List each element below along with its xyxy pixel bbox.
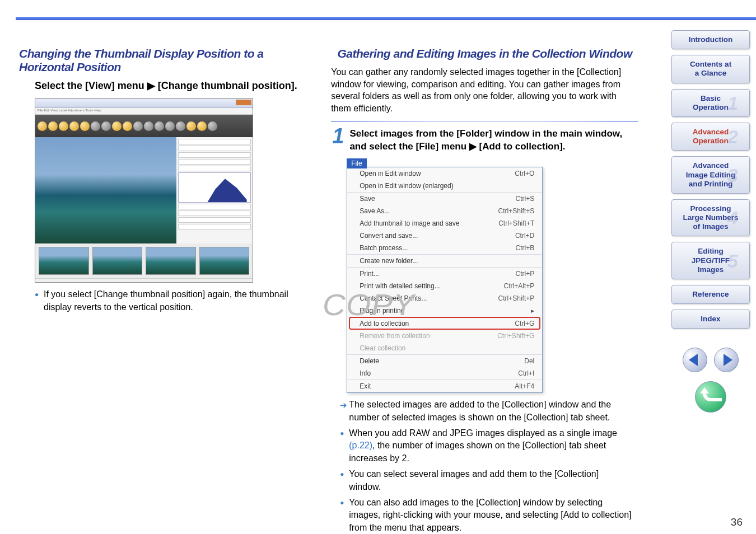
menu-item-shortcut: Ctrl+Shift+P bbox=[498, 294, 535, 302]
nav-button[interactable]: BasicOperation1 bbox=[671, 89, 750, 117]
menu-item[interactable]: Create new folder... bbox=[347, 254, 542, 267]
menu-item[interactable]: Add thumbnail to image and saveCtrl+Shif… bbox=[347, 217, 542, 229]
window-titlebar bbox=[35, 99, 253, 107]
toolbar-button-icon bbox=[197, 121, 207, 131]
next-page-button[interactable] bbox=[714, 348, 739, 372]
nav-button[interactable]: Contents ata Glance bbox=[671, 55, 750, 83]
step-1: 1 Select images from the [Folder] window… bbox=[331, 128, 638, 153]
menu-item[interactable]: Add to collectionCtrl+G bbox=[349, 317, 540, 330]
side-navigation: IntroductionContents ata GlanceBasicOper… bbox=[669, 30, 753, 413]
histogram bbox=[178, 172, 251, 203]
window-menubar: File Edit View Label Adjustment Tools He… bbox=[35, 107, 253, 115]
menu-item[interactable]: Open in Edit windowCtrl+O bbox=[347, 167, 542, 180]
toolbar-button-icon bbox=[176, 121, 185, 131]
bullet-note: You can select several images and add th… bbox=[340, 468, 633, 493]
menu-item-label: Add thumbnail to image and save bbox=[360, 219, 459, 227]
right-column: Gathering and Editing Images in the Coll… bbox=[331, 47, 638, 534]
nav-button[interactable]: AdvancedOperation2 bbox=[671, 123, 750, 151]
toolbar-button-icon bbox=[123, 121, 132, 131]
menu-item-shortcut: Ctrl+Alt+P bbox=[504, 282, 535, 290]
menu-item[interactable]: ExitAlt+F4 bbox=[347, 380, 542, 392]
menu-item-shortcut: Ctrl+Shift+S bbox=[498, 207, 535, 215]
nav-button[interactable]: EditingJPEG/TIFFImages5 bbox=[671, 242, 750, 279]
step-number: 1 bbox=[332, 128, 344, 148]
menu-item-label: Print with detailed setting... bbox=[360, 282, 440, 290]
menu-item-shortcut: Ctrl+Shift+G bbox=[497, 332, 534, 340]
menu-item-label: Info bbox=[360, 369, 371, 377]
toolbar-button-icon bbox=[101, 121, 111, 131]
toolbar-button-icon bbox=[59, 121, 68, 131]
result-note: The selected images are added to the [Co… bbox=[340, 399, 633, 424]
thumbnail-strip bbox=[35, 243, 253, 278]
menu-item-shortcut: Ctrl+I bbox=[518, 369, 534, 377]
nav-button[interactable]: Reference bbox=[671, 285, 750, 304]
menu-item-label: Create new folder... bbox=[360, 257, 418, 265]
menu-item-label: Add to collection bbox=[360, 320, 409, 327]
bullet-note: When you add RAW and JPEG images display… bbox=[340, 427, 633, 465]
menu-item-label: Delete bbox=[360, 357, 379, 365]
menu-item[interactable]: Convert and save...Ctrl+D bbox=[347, 229, 542, 242]
left-instruction: Select the [View] menu ▶ [Change thumbna… bbox=[35, 79, 303, 92]
chapter-number-ghost: 2 bbox=[727, 125, 738, 148]
menu-item-label: Save bbox=[360, 195, 375, 203]
file-menu: File Open in Edit windowCtrl+OOpen in Ed… bbox=[347, 167, 543, 393]
menu-item-label: Open in Edit window bbox=[360, 170, 421, 177]
thumbnail-image bbox=[92, 247, 143, 275]
toolbar-button-icon bbox=[133, 121, 143, 131]
menu-item-label: Print... bbox=[360, 270, 379, 278]
toolbar-button-icon bbox=[91, 121, 100, 131]
menu-item-shortcut: Ctrl+Shift+T bbox=[498, 219, 534, 227]
thumbnail-image bbox=[146, 247, 196, 275]
toolbar-button-icon bbox=[165, 121, 175, 131]
top-accent-bar bbox=[16, 17, 756, 20]
nav-button[interactable]: Index bbox=[671, 310, 750, 329]
step-instruction: Select images from the [Folder] window i… bbox=[334, 128, 638, 153]
bullet-text: When you add RAW and JPEG images display… bbox=[349, 428, 617, 438]
menu-item-shortcut: Ctrl+P bbox=[516, 270, 535, 278]
menu-item-label: Contact Sheet Prints... bbox=[360, 294, 427, 302]
window-toolbar bbox=[35, 115, 253, 137]
left-column: Changing the Thumbnail Display Position … bbox=[19, 47, 314, 534]
chapter-number-ghost: 5 bbox=[727, 249, 738, 272]
file-menu-tab: File bbox=[347, 158, 366, 168]
toolbar-button-icon bbox=[80, 121, 90, 131]
menu-item[interactable]: Plug-in printing bbox=[347, 305, 542, 317]
menu-item[interactable]: Print with detailed setting...Ctrl+Alt+P bbox=[347, 280, 542, 292]
chapter-number-ghost: 3 bbox=[727, 163, 738, 186]
menu-item-shortcut: Ctrl+S bbox=[516, 195, 535, 203]
menu-item[interactable]: Open in Edit window (enlarged) bbox=[347, 180, 542, 192]
right-intro: You can gather any randomly selected ima… bbox=[331, 66, 638, 114]
menu-item[interactable]: InfoCtrl+I bbox=[347, 367, 542, 380]
menu-item-shortcut: Ctrl+D bbox=[515, 232, 534, 240]
thumbnail-image bbox=[199, 247, 250, 275]
toolbar-button-icon bbox=[112, 121, 122, 131]
left-section-title: Changing the Thumbnail Display Position … bbox=[19, 47, 314, 74]
back-button[interactable] bbox=[695, 381, 726, 413]
preview-image bbox=[35, 137, 176, 243]
toolbar-button-icon bbox=[144, 121, 153, 131]
adjustment-panel bbox=[176, 137, 253, 243]
nav-button[interactable]: Introduction bbox=[671, 30, 750, 49]
bullet-text: , the number of images shown on the [Col… bbox=[349, 441, 606, 462]
toolbar-button-icon bbox=[48, 121, 58, 131]
page-content: Changing the Thumbnail Display Position … bbox=[0, 25, 655, 534]
menu-item-shortcut: Del bbox=[524, 357, 534, 365]
menu-item[interactable]: Print...Ctrl+P bbox=[347, 267, 542, 280]
menu-item[interactable]: Remove from collectionCtrl+Shift+G bbox=[347, 330, 542, 342]
page-number: 36 bbox=[731, 516, 743, 528]
menu-item-shortcut: Ctrl+B bbox=[516, 244, 535, 252]
menu-item[interactable]: Save As...Ctrl+Shift+S bbox=[347, 205, 542, 217]
menu-item-label: Plug-in printing bbox=[360, 307, 404, 315]
left-note: If you select [Change thumbnail position… bbox=[35, 288, 309, 313]
menu-item-label: Save As... bbox=[360, 207, 390, 215]
menu-item[interactable]: Batch process...Ctrl+B bbox=[347, 242, 542, 254]
menu-item[interactable]: DeleteDel bbox=[347, 354, 542, 367]
nav-button[interactable]: AdvancedImage Editingand Printing3 bbox=[671, 156, 750, 194]
menu-item[interactable]: Contact Sheet Prints...Ctrl+Shift+P bbox=[347, 292, 542, 305]
menu-item[interactable]: Clear collection bbox=[347, 342, 542, 354]
nav-button[interactable]: ProcessingLarge Numbersof Images4 bbox=[671, 199, 750, 237]
page-link[interactable]: (p.22) bbox=[349, 441, 372, 450]
toolbar-button-icon bbox=[186, 121, 196, 131]
menu-item[interactable]: SaveCtrl+S bbox=[347, 192, 542, 205]
prev-page-button[interactable] bbox=[683, 348, 707, 372]
